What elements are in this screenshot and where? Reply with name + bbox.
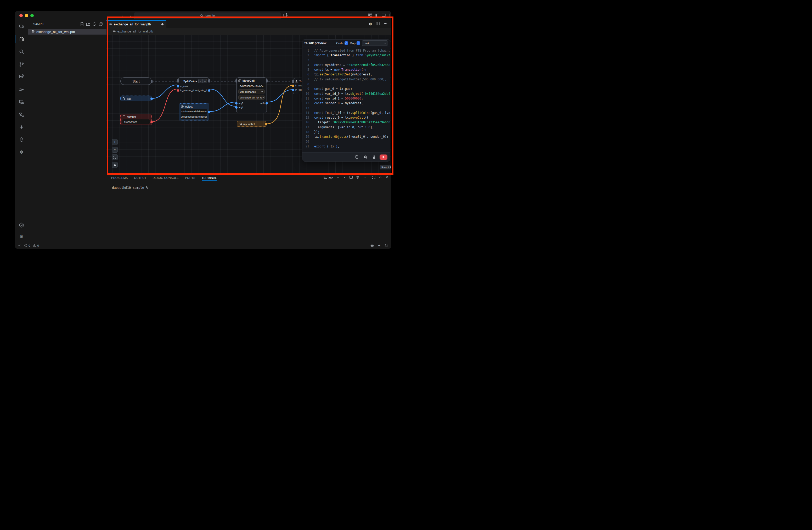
test-flask-icon[interactable]	[371, 154, 377, 160]
number-value-input[interactable]: 500000000	[122, 120, 150, 124]
tab-exchange-all-for-wal[interactable]: exchange_all_for_wal.ptb	[106, 20, 166, 28]
flow-out-handle[interactable]	[151, 80, 153, 83]
remove-port-button[interactable]: −	[198, 79, 203, 83]
chat-icon[interactable]	[15, 20, 28, 33]
remote-indicator[interactable]	[15, 244, 23, 247]
node-object[interactable]: object 0xf4d164ea2def5fe07dc5 0x82593828…	[179, 103, 209, 121]
new-terminal-icon[interactable]	[336, 176, 340, 180]
command-center-search[interactable]: sample	[134, 13, 281, 19]
terminal-prompt[interactable]: daoauth@10 sample %	[112, 186, 148, 190]
shell-label[interactable]: zsh	[329, 176, 333, 179]
run-debug-icon[interactable]	[15, 83, 28, 96]
collapse-folders-icon[interactable]	[98, 21, 104, 27]
react-flow-attribution[interactable]: React Flow	[380, 165, 391, 169]
package-address-input[interactable]: 0x82593828ed3fcb8c	[238, 84, 265, 88]
terminal-icon[interactable]	[323, 176, 327, 180]
sparkle-icon[interactable]: ✦	[378, 244, 381, 247]
bell-icon[interactable]	[384, 243, 388, 248]
extensions-icon[interactable]	[15, 70, 28, 83]
panel-tab-ports[interactable]: PORTS	[185, 174, 195, 182]
ptb-flow-icon[interactable]	[15, 108, 28, 121]
in-recipient-port[interactable]	[292, 85, 294, 87]
zoom-in-button[interactable]: +	[112, 139, 118, 145]
copilot-robot-icon[interactable]	[370, 243, 374, 248]
flow-in-handle[interactable]	[292, 80, 294, 83]
zoom-out-button[interactable]: −	[112, 147, 118, 153]
panel-tab-terminal[interactable]: TERMINAL	[202, 174, 217, 182]
node-movecall[interactable]: MoveCall 0x82593828ed3fcb8c wal_exchange…	[236, 78, 267, 113]
source-control-icon[interactable]	[15, 58, 28, 70]
refresh-icon[interactable]	[91, 21, 98, 27]
checkbox-checked-icon[interactable]: ✓	[357, 41, 360, 45]
in-amount-port[interactable]	[177, 89, 179, 92]
panel-tab-problems[interactable]: PROBLEMS	[111, 174, 128, 182]
new-folder-icon[interactable]	[85, 21, 91, 27]
number-out-port[interactable]	[150, 121, 153, 123]
gas-out-port[interactable]	[150, 98, 153, 100]
terminal-dropdown-icon[interactable]	[343, 176, 346, 180]
arg0-port[interactable]	[235, 102, 237, 104]
openai-icon[interactable]: ✻	[15, 146, 28, 158]
lock-button[interactable]	[112, 162, 118, 168]
package-inspect-icon[interactable]	[362, 154, 368, 160]
fit-view-button[interactable]	[112, 154, 118, 160]
toggle-secondary-sidebar-icon[interactable]	[389, 13, 391, 18]
node-start[interactable]: Start	[120, 78, 152, 85]
toggle-primary-sidebar-icon[interactable]	[375, 13, 380, 18]
explorer-icon[interactable]	[15, 33, 28, 45]
back-button[interactable]: ←	[120, 13, 126, 18]
node-my-wallet[interactable]: my wallet	[237, 121, 266, 127]
close-panel-icon[interactable]	[385, 176, 389, 180]
kill-terminal-icon[interactable]	[356, 176, 360, 180]
maximize-panel-icon[interactable]	[372, 176, 376, 180]
split-editor-icon[interactable]	[376, 22, 380, 27]
sparkle-icon[interactable]	[15, 121, 28, 133]
toggle-panel-icon[interactable]	[381, 13, 386, 18]
flow-out-handle[interactable]	[208, 79, 210, 83]
panel-tab-debug-console[interactable]: DEBUG CONSOLE	[153, 174, 179, 182]
remote-window-icon[interactable]	[283, 13, 288, 18]
node-splitcoins[interactable]: SplitCoins − + in_coin in_am	[178, 78, 209, 92]
add-port-button[interactable]: +	[203, 79, 207, 83]
module-select[interactable]: wal_exchange	[238, 89, 265, 94]
flow-out-handle[interactable]	[266, 79, 267, 83]
minimize-window-button[interactable]	[25, 14, 28, 17]
map-toggle[interactable]: Map ✓	[350, 41, 360, 45]
arg1-port[interactable]	[235, 106, 237, 109]
file-tree-item[interactable]: exchange_all_for_wal.ptb	[28, 29, 106, 34]
in-coin-port[interactable]	[177, 85, 179, 87]
copy-code-icon[interactable]	[354, 154, 360, 160]
new-file-icon[interactable]	[79, 21, 85, 27]
node-number[interactable]: number 500000000	[120, 114, 152, 125]
wallet-out-port[interactable]	[265, 123, 267, 125]
remote-explorer-icon[interactable]	[15, 96, 28, 108]
ret0-port[interactable]	[265, 102, 268, 104]
object-id-input[interactable]: 0x82593828ed3fcb8c6a	[181, 114, 207, 119]
forward-button[interactable]: →	[127, 13, 132, 18]
flow-in-handle[interactable]	[235, 79, 237, 83]
theme-select[interactable]: dark	[362, 40, 388, 46]
sui-icon[interactable]	[15, 133, 28, 146]
ptb-flow-canvas[interactable]: Start SplitCoins − +	[106, 35, 391, 173]
object-id-input[interactable]: 0xf4d164ea2def5fe07dc5	[181, 109, 207, 114]
object-out-port[interactable]	[208, 111, 210, 113]
openai-preview-icon[interactable]: ✻	[369, 22, 372, 26]
account-icon[interactable]	[15, 219, 28, 231]
breadcrumb[interactable]: exchange_all_for_wal.ptb	[106, 28, 391, 35]
close-window-button[interactable]	[19, 14, 23, 17]
settings-gear-icon[interactable]: ⚙	[15, 231, 28, 242]
in-object-port[interactable]	[292, 89, 294, 91]
node-gas[interactable]: gas	[120, 96, 152, 101]
out-coin-port[interactable]	[208, 89, 210, 92]
panel-tab-output[interactable]: OUTPUT	[134, 174, 146, 182]
function-select[interactable]: exchange_all_for_w	[238, 95, 265, 100]
search-icon[interactable]	[15, 45, 28, 58]
panel-chevron-up-icon[interactable]	[378, 176, 382, 180]
code-view[interactable]: 1// Auto-generated from PTB Program (cha…	[302, 47, 390, 152]
code-toggle[interactable]: Code ✓	[336, 41, 348, 45]
zoom-window-button[interactable]	[30, 14, 34, 17]
flow-in-handle[interactable]	[177, 79, 179, 83]
panel-resize-handle[interactable]	[302, 98, 303, 102]
run-transaction-button[interactable]	[380, 154, 388, 160]
errors-indicator[interactable]: 0 0	[23, 244, 41, 247]
